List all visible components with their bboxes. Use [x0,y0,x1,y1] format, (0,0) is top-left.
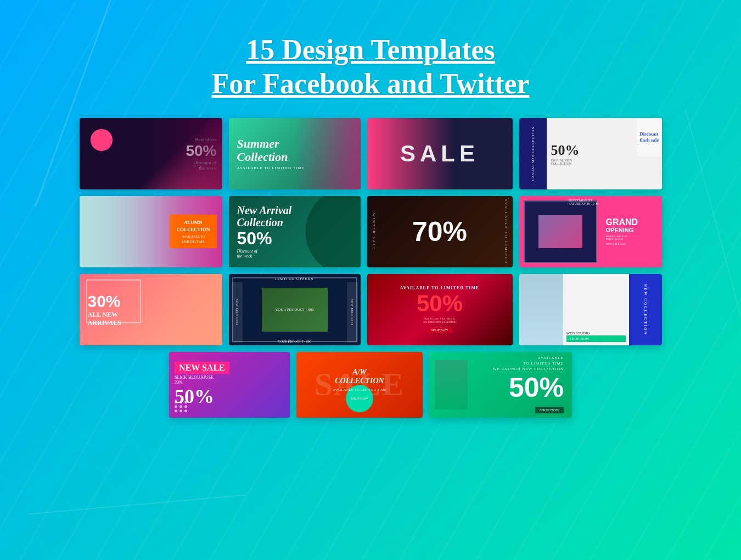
t14-text: A/WCOLLECTION AVAILABLE TO LIMITED TIME … [333,368,386,402]
t10-sub: YOUR PRODUCT - $90 [278,340,311,343]
sub-title: For Facebook and Twitter [211,67,529,101]
t6-sub: Discount ofthe week [237,249,292,259]
template-9[interactable]: 30% ALL NEWARRIVALS [80,274,222,345]
t8-opening: OPENING [606,227,658,233]
t11-cta[interactable]: SHOP NOW [427,327,453,333]
t8-right: GRAND OPENING MODEL: 005-Y-11PRICE: $0 0… [602,196,662,267]
t4-left: CASUAL MEN COLLECTION [519,118,547,189]
t5-title: ATUMNCOLLECTION [176,219,210,233]
t3-sale: SALE [400,141,479,167]
t5-sub: AVAILABLE TOLIMITED TIME [176,234,210,244]
t11-text: AVAILABLE TO LIMITED TIME 50% Just in ca… [400,285,480,333]
grid-row-3: 30% ALL NEWARRIVALS LIMITED OFFERS NEW R… [80,274,662,345]
t15-fifty: 50% [493,372,564,404]
t6-text: New ArrivalCollection 50% Discount ofthe… [237,204,292,259]
template-12[interactable]: WEB STUDIO SHOP NOW NEW COLLECTION [519,274,662,345]
t8-small: MODEL: 005-Y-11PRICE: $0 0.00 [606,235,658,240]
t4-link: Discountflash sale [639,131,659,143]
t15-shop[interactable]: SHOP NOW [535,407,564,413]
t11-discount: 50% [400,290,480,317]
t9-overlay [151,274,222,345]
template-11[interactable]: AVAILABLE TO LIMITED TIME 50% Just in ca… [367,274,513,345]
t2-person [295,118,361,189]
t7-discount: 70% [412,216,467,248]
t13-sub: SLICK BLOUJOUSE30% [175,375,229,385]
template-3[interactable]: SALE [367,118,513,189]
t12-mid: WEB STUDIO SHOP NOW [563,274,629,345]
template-14[interactable]: SALE A/WCOLLECTION AVAILABLE TO LIMITED … [296,352,423,418]
title-section: 15 Design Templates For Facebook and Twi… [211,33,529,102]
page-content: 15 Design Templates For Facebook and Twi… [0,0,741,418]
template-7[interactable]: WINTER SALE AVAILABLE TO LIMITED 70% [367,196,513,267]
t7-right: AVAILABLE TO LIMITED [504,199,508,265]
template-1[interactable]: Best offers 50% Discount ofthe week [80,118,222,189]
t15-text: AVAILABLETO LIMITED TIMEWE LAUNCH NEW CO… [493,356,564,413]
t12-img [519,274,563,345]
t8-person [538,215,582,248]
t1-person [144,118,222,189]
t12-nc: NEW COLLECTION [643,284,648,335]
t6-title: New ArrivalCollection [237,204,292,228]
t14-cta[interactable]: SHOP NOW [347,396,373,401]
t15-avail: AVAILABLETO LIMITED TIMEWE LAUNCH NEW CO… [493,356,564,372]
template-4[interactable]: CASUAL MEN COLLECTION 50% CASUAL MENCOLL… [519,118,662,189]
t4-discount: 50% [551,142,580,159]
template-grid: Best offers 50% Discount ofthe week Summ… [80,118,662,418]
t13-title: NEW SALE [175,362,229,374]
t4-middle: 50% CASUAL MENCOLLECTION [547,118,607,189]
t9-border [86,279,141,323]
t12-shop[interactable]: SHOP NOW [566,335,626,342]
t11-avail: AVAILABLE TO LIMITED TIME [400,285,480,290]
t4-sub: CASUAL MENCOLLECTION [551,159,580,165]
t15-person [435,360,468,410]
grid-row-2: ATUMNCOLLECTION AVAILABLE TOLIMITED TIME… [80,196,662,267]
template-2[interactable]: SummerCollection AVAILABLE TO LIMITED TI… [229,118,361,189]
t5-bg [80,196,178,267]
t1-circle [91,129,113,151]
template-13[interactable]: NEW SALE SLICK BLOUJOUSE30% 50% [169,352,290,418]
t8-left: DON'T MISS IT!SATURDAY 10-10-11 [519,196,602,267]
t12-label: WEB STUDIO [566,331,626,335]
t10-frame [232,277,357,342]
t8-inner [524,200,597,263]
t8-top-text: DON'T MISS IT!SATURDAY 10-10-11 [569,199,599,205]
t6-discount: 50% [237,228,292,249]
t8-releases: NEW RELEASES [606,243,658,245]
t8-grand: GRAND [606,218,658,227]
t12-right: NEW COLLECTION [629,274,662,345]
template-10[interactable]: LIMITED OFFERS NEW RELEASES NEW RELEASES… [229,274,361,345]
t4-right: Discountflash sale [607,118,662,189]
grid-row-1: Best offers 50% Discount ofthe week Summ… [80,118,662,189]
t14-sub: AVAILABLE TO LIMITED TIME [333,388,386,392]
template-15[interactable]: AVAILABLETO LIMITED TIMEWE LAUNCH NEW CO… [429,352,572,418]
t13-fifty: 50% [175,385,229,408]
t7-side: WINTER SALE [372,213,376,250]
t14-title: A/WCOLLECTION [333,368,386,385]
t13-text: NEW SALE SLICK BLOUJOUSE30% 50% [175,362,229,408]
template-8[interactable]: DON'T MISS IT!SATURDAY 10-10-11 GRAND OP… [519,196,662,267]
grid-row-4: NEW SALE SLICK BLOUJOUSE30% 50% SALE A/W… [169,352,572,418]
template-5[interactable]: ATUMNCOLLECTION AVAILABLE TOLIMITED TIME [80,196,222,267]
t11-sub: Just in case you miss it,we lunch new co… [400,317,480,323]
t6-shape [306,196,361,267]
main-title: 15 Design Templates [211,33,529,67]
template-6[interactable]: New ArrivalCollection 50% Discount ofthe… [229,196,361,267]
t4-right-top: Discountflash sale [637,118,661,156]
